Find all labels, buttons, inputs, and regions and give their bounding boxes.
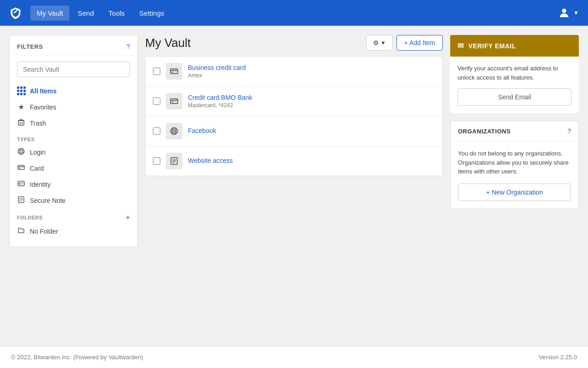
organizations-card: ORGANIZATIONS ? You do not belong to any…: [450, 121, 579, 209]
folders-section: FOLDERS +: [10, 208, 137, 223]
sidebar-item-secure-note[interactable]: Secure Note: [10, 192, 137, 208]
svg-point-3: [20, 149, 23, 155]
table-row: Website access: [146, 146, 442, 176]
search-box: [17, 62, 130, 77]
sidebar-item-all-items[interactable]: All Items: [10, 83, 137, 99]
nav-settings[interactable]: Settings: [133, 6, 170, 21]
id-icon: [17, 180, 25, 189]
sidebar-item-trash[interactable]: Trash: [10, 115, 137, 131]
top-navigation: My Vault Send Tools Settings ▼: [0, 0, 588, 26]
sidebar-item-identity[interactable]: Identity: [10, 176, 137, 192]
item-type-icon: [166, 123, 182, 139]
nav-my-vault[interactable]: My Vault: [30, 6, 69, 21]
item-checkbox[interactable]: [153, 157, 160, 165]
trash-icon: [17, 119, 25, 127]
item-info: Website access: [188, 157, 435, 165]
item-name[interactable]: Website access: [188, 157, 233, 164]
folders-label: FOLDERS: [17, 215, 43, 220]
svg-point-7: [19, 183, 21, 184]
sidebar-item-no-folder[interactable]: No Folder: [10, 223, 137, 239]
svg-point-14: [173, 128, 175, 135]
sidebar-folders-nav: No Folder: [10, 223, 137, 239]
main-container: FILTERS ? All Items ★ Favorites: [0, 26, 588, 346]
right-panel: ✉ VERIFY EMAIL Verify your account's ema…: [450, 35, 579, 209]
content-actions: ⚙ ▼ + Add Item: [366, 35, 443, 51]
search-input[interactable]: [17, 62, 130, 77]
sidebar-header: FILTERS ?: [10, 43, 137, 56]
sidebar-item-label: No Folder: [30, 228, 58, 235]
sidebar-item-label: All Items: [30, 87, 57, 95]
item-checkbox[interactable]: [153, 127, 160, 135]
svg-rect-4: [18, 166, 24, 170]
item-subtitle: Mastercard, *4242: [188, 102, 435, 109]
item-type-icon: [166, 93, 182, 109]
org-card-body: You do not belong to any organizations. …: [451, 142, 578, 208]
footer: © 2022, Bitwarden Inc. (Powered by Vault…: [0, 346, 588, 368]
nav-links: My Vault Send Tools Settings: [30, 6, 558, 21]
sidebar-main-nav: All Items ★ Favorites Trash: [10, 83, 137, 131]
table-row: Business credit card Amex: [146, 57, 442, 86]
sidebar-types-nav: Login Card: [10, 144, 137, 208]
svg-rect-1: [18, 121, 24, 125]
item-name[interactable]: Business credit card: [188, 64, 246, 71]
app-logo[interactable]: [9, 6, 22, 19]
svg-point-0: [562, 9, 566, 13]
nav-tools[interactable]: Tools: [102, 6, 131, 21]
verify-email-text: Verify your account's email address to u…: [458, 64, 571, 82]
svg-rect-10: [171, 72, 174, 73]
verify-email-body: Verify your account's email address to u…: [450, 57, 579, 113]
org-help-icon[interactable]: ?: [567, 127, 571, 135]
types-section-label: TYPES: [10, 131, 137, 144]
svg-rect-5: [19, 168, 21, 169]
item-info: Facebook: [188, 127, 435, 135]
sidebar-item-card[interactable]: Card: [10, 160, 137, 176]
item-name[interactable]: Facebook: [188, 127, 216, 134]
email-icon: ✉: [458, 41, 464, 50]
sidebar-item-favorites[interactable]: ★ Favorites: [10, 99, 137, 115]
svg-point-13: [171, 128, 178, 135]
sidebar-item-label: Identity: [30, 181, 51, 188]
sidebar: FILTERS ? All Items ★ Favorites: [9, 35, 138, 247]
card-icon: [17, 164, 25, 172]
main-content: My Vault ⚙ ▼ + Add Item: [145, 35, 443, 337]
sidebar-item-label: Trash: [30, 120, 46, 127]
sidebar-item-login[interactable]: Login: [10, 144, 137, 160]
item-type-icon: [166, 153, 182, 169]
table-row: Credit card BMO Bank Mastercard, *4242: [146, 86, 442, 116]
org-card-text: You do not belong to any organizations. …: [458, 149, 571, 176]
content-header: My Vault ⚙ ▼ + Add Item: [145, 35, 443, 51]
footer-copyright: © 2022, Bitwarden Inc. (Powered by Vault…: [11, 354, 143, 361]
sidebar-item-label: Card: [30, 165, 44, 172]
settings-dropdown-arrow: ▼: [381, 40, 386, 46]
item-checkbox[interactable]: [153, 98, 160, 105]
item-name[interactable]: Credit card BMO Bank: [188, 94, 252, 101]
sidebar-item-label: Favorites: [30, 104, 57, 111]
verify-email-card: ✉ VERIFY EMAIL Verify your account's ema…: [450, 35, 579, 113]
add-folder-button[interactable]: +: [126, 214, 130, 221]
send-email-button[interactable]: Send Email: [458, 88, 571, 106]
item-info: Credit card BMO Bank Mastercard, *4242: [188, 94, 435, 109]
filters-label: FILTERS: [17, 43, 43, 50]
item-subtitle: Amex: [188, 72, 435, 79]
item-checkbox[interactable]: [153, 68, 160, 75]
new-organization-button[interactable]: + New Organization: [458, 184, 571, 201]
star-icon: ★: [17, 103, 25, 111]
gear-icon: ⚙: [373, 39, 379, 46]
verify-email-header: ✉ VERIFY EMAIL: [450, 35, 579, 57]
org-card-title: ORGANIZATIONS: [458, 128, 511, 135]
verify-email-title: VERIFY EMAIL: [469, 42, 516, 50]
table-row: Facebook: [146, 116, 442, 146]
folder-icon: [17, 227, 25, 236]
org-card-header: ORGANIZATIONS ?: [451, 121, 578, 142]
nav-send[interactable]: Send: [71, 6, 100, 21]
add-item-button[interactable]: + Add Item: [396, 35, 443, 51]
filters-help-icon[interactable]: ?: [126, 43, 130, 50]
globe-icon: [17, 148, 25, 156]
svg-rect-12: [171, 102, 174, 103]
vault-list: Business credit card Amex Credit card BM…: [145, 56, 443, 176]
user-menu[interactable]: ▼: [558, 6, 579, 19]
settings-button[interactable]: ⚙ ▼: [366, 35, 393, 51]
page-title: My Vault: [145, 36, 191, 50]
footer-version: Version 2.25.0: [539, 354, 577, 361]
svg-rect-9: [170, 69, 178, 74]
